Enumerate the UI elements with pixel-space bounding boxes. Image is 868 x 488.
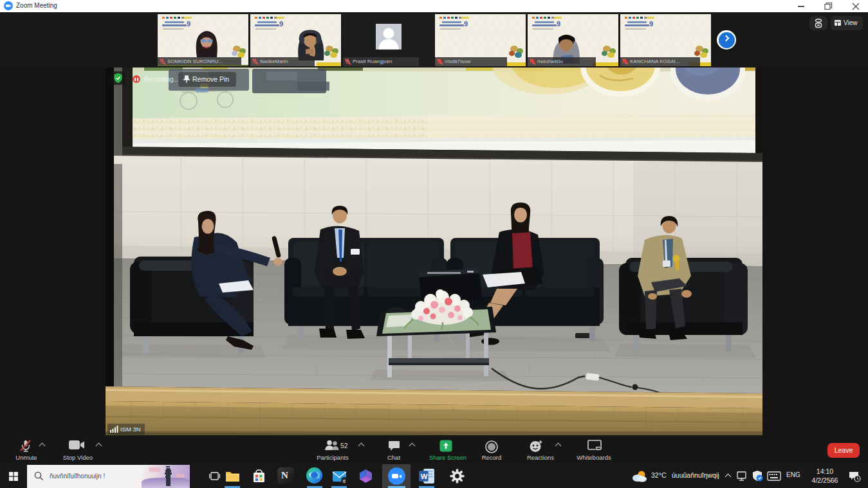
svg-text:W: W	[421, 473, 428, 480]
svg-text:6: 6	[343, 479, 346, 483]
